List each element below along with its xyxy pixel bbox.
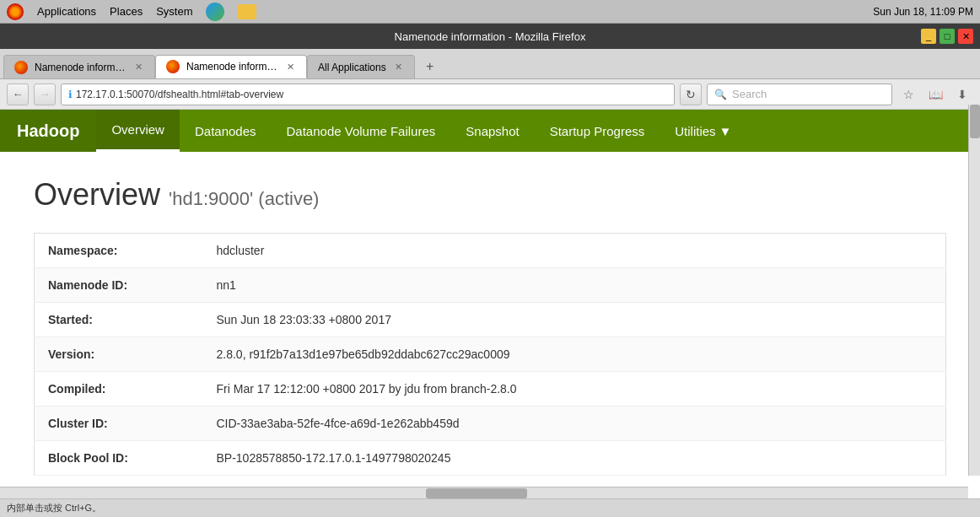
table-cell-label: Started: bbox=[35, 303, 203, 337]
table-row: Compiled:Fri Mar 17 12:12:00 +0800 2017 … bbox=[35, 372, 946, 407]
minimize-button[interactable]: _ bbox=[921, 29, 936, 44]
table-cell-label: Cluster ID: bbox=[35, 407, 203, 441]
reload-button[interactable]: ↻ bbox=[680, 83, 702, 105]
tab-2[interactable]: All Applications ✕ bbox=[307, 55, 415, 78]
system-menu[interactable]: System bbox=[156, 5, 192, 18]
table-cell-value: Fri Mar 17 12:12:00 +0800 2017 by jdu fr… bbox=[203, 372, 946, 407]
horizontal-scrollbar[interactable] bbox=[0, 487, 968, 498]
table-row: Cluster ID:CID-33ae3aba-52fe-4fce-a69d-1… bbox=[35, 407, 946, 441]
close-button[interactable]: ✕ bbox=[958, 29, 973, 44]
table-row: Started:Sun Jun 18 23:03:33 +0800 2017 bbox=[35, 303, 946, 337]
info-icon: ℹ bbox=[68, 89, 73, 100]
nav-item-snapshot[interactable]: Snapshot bbox=[450, 110, 534, 152]
tab-label-1: Namenode information bbox=[186, 61, 278, 73]
new-tab-button[interactable]: + bbox=[418, 55, 442, 78]
downloads-button[interactable]: ⬇ bbox=[951, 83, 973, 105]
bookmark-button[interactable]: ☆ bbox=[897, 83, 919, 105]
table-cell-value: Sun Jun 18 23:03:33 +0800 2017 bbox=[203, 303, 946, 337]
firefox-icon-1 bbox=[166, 60, 180, 73]
nav-items: Overview Datanodes Datanode Volume Failu… bbox=[96, 110, 746, 152]
hadoop-nav: Hadoop Overview Datanodes Datanode Volum… bbox=[0, 110, 980, 152]
table-cell-label: Block Pool ID: bbox=[35, 441, 203, 476]
table-cell-label: Namespace: bbox=[35, 234, 203, 268]
window-title: Namenode information - Mozilla Firefox bbox=[395, 30, 586, 43]
status-bar: 内部单击或按 Ctrl+G。 bbox=[0, 498, 980, 501]
info-table: Namespace:hdclusterNamenode ID:nn1Starte… bbox=[34, 233, 946, 476]
table-row: Version:2.8.0, r91f2b7a13d1e97be65db92dd… bbox=[35, 337, 946, 372]
maximize-button[interactable]: □ bbox=[940, 29, 955, 44]
scrollbar-thumb[interactable] bbox=[970, 105, 980, 138]
url-text: 172.17.0.1:50070/dfshealth.html#tab-over… bbox=[76, 89, 667, 100]
table-cell-label: Compiled: bbox=[35, 372, 203, 407]
applications-menu[interactable]: Applications bbox=[37, 5, 96, 18]
utilities-label: Utilities bbox=[675, 124, 715, 138]
table-cell-value: hdcluster bbox=[203, 234, 946, 268]
tab-bar: Namenode information ✕ Namenode informat… bbox=[0, 49, 980, 79]
page-subtitle: 'hd1:9000' (active) bbox=[169, 188, 319, 209]
reader-button[interactable]: 📖 bbox=[924, 83, 946, 105]
search-icon: 🔍 bbox=[714, 89, 727, 100]
tab-label-0: Namenode information bbox=[35, 62, 127, 73]
nav-item-datanode-volume-failures[interactable]: Datanode Volume Failures bbox=[272, 110, 451, 152]
tab-label-2: All Applications bbox=[318, 62, 386, 73]
table-cell-value: CID-33ae3aba-52fe-4fce-a69d-1e262abb459d bbox=[203, 407, 946, 441]
nav-item-overview[interactable]: Overview bbox=[96, 110, 180, 152]
search-bar[interactable]: 🔍 Search bbox=[707, 83, 892, 105]
page-title: Overview bbox=[34, 177, 160, 212]
globe-icon bbox=[206, 3, 224, 21]
os-bar-left: Applications Places System bbox=[7, 3, 256, 21]
datetime: Sun Jun 18, 11:09 PM bbox=[873, 6, 973, 18]
nav-item-utilities[interactable]: Utilities ▼ bbox=[660, 110, 746, 152]
table-row: Block Pool ID:BP-1028578850-172.17.0.1-1… bbox=[35, 441, 946, 476]
hadoop-logo: Hadoop bbox=[0, 110, 96, 152]
table-row: Namespace:hdcluster bbox=[35, 234, 946, 268]
address-bar: ← → ℹ 172.17.0.1:50070/dfshealth.html#ta… bbox=[0, 79, 980, 110]
back-button[interactable]: ← bbox=[7, 83, 29, 105]
os-bar: Applications Places System Sun Jun 18, 1… bbox=[0, 0, 980, 24]
tab-0[interactable]: Namenode information ✕ bbox=[3, 55, 155, 78]
url-bar[interactable]: ℹ 172.17.0.1:50070/dfshealth.html#tab-ov… bbox=[61, 83, 675, 105]
places-menu[interactable]: Places bbox=[110, 5, 143, 18]
nav-item-startup-progress[interactable]: Startup Progress bbox=[535, 110, 660, 152]
main-content: Overview 'hd1:9000' (active) Namespace:h… bbox=[0, 152, 980, 501]
folder-icon bbox=[238, 4, 256, 19]
page-heading: Overview 'hd1:9000' (active) bbox=[34, 177, 946, 213]
search-placeholder: Search bbox=[732, 88, 767, 100]
table-cell-label: Version: bbox=[35, 337, 203, 372]
tab-close-0[interactable]: ✕ bbox=[133, 62, 144, 73]
title-bar: Namenode information - Mozilla Firefox _… bbox=[0, 24, 980, 49]
scrollbar-right[interactable] bbox=[968, 105, 980, 476]
horizontal-scrollbar-thumb[interactable] bbox=[426, 488, 527, 498]
table-cell-label: Namenode ID: bbox=[35, 268, 203, 303]
forward-button[interactable]: → bbox=[34, 83, 56, 105]
tab-1[interactable]: Namenode information ✕ bbox=[155, 55, 307, 78]
window-controls[interactable]: _ □ ✕ bbox=[921, 29, 973, 44]
tab-close-1[interactable]: ✕ bbox=[285, 62, 296, 73]
table-row: Namenode ID:nn1 bbox=[35, 268, 946, 303]
tab-close-2[interactable]: ✕ bbox=[393, 62, 404, 73]
nav-item-datanodes[interactable]: Datanodes bbox=[180, 110, 272, 152]
firefox-icon-0 bbox=[14, 61, 28, 74]
table-cell-value: nn1 bbox=[203, 268, 946, 303]
table-cell-value: BP-1028578850-172.17.0.1-1497798020245 bbox=[203, 441, 946, 476]
utilities-dropdown-icon: ▼ bbox=[719, 124, 732, 138]
os-app-icon bbox=[7, 3, 24, 20]
table-cell-value: 2.8.0, r91f2b7a13d1e97be65db92ddabc627cc… bbox=[203, 337, 946, 372]
